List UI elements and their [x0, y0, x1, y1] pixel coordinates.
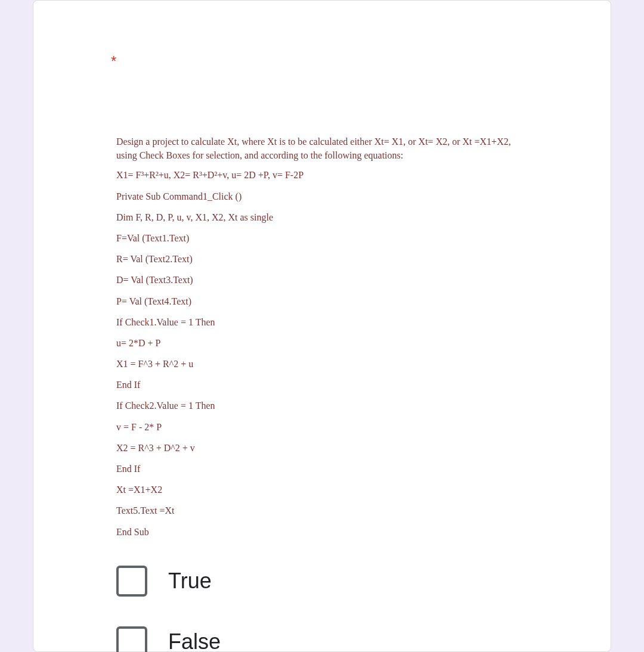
code-line: Text5.Text =Xt: [116, 504, 528, 517]
code-line: Private Sub Command1_Click (): [116, 190, 528, 203]
options-group: True False: [116, 566, 528, 652]
code-line: End Sub: [116, 525, 528, 539]
code-line: F=Val (Text1.Text): [116, 231, 528, 245]
question-description: Design a project to calculate Xt, where …: [116, 135, 528, 539]
code-line: X1 = F^3 + R^2 + u: [116, 357, 528, 371]
required-star-icon: *: [111, 53, 116, 70]
question-content: Design a project to calculate Xt, where …: [116, 135, 528, 652]
option-false[interactable]: False: [116, 626, 528, 652]
question-card: * Design a project to calculate Xt, wher…: [33, 0, 611, 652]
code-line: u= 2*D + P: [116, 336, 528, 350]
code-line: P= Val (Text4.Text): [116, 294, 528, 308]
code-line: R= Val (Text2.Text): [116, 252, 528, 266]
checkbox-icon[interactable]: [116, 566, 147, 597]
code-line: D= Val (Text3.Text): [116, 273, 528, 287]
option-label: True: [168, 569, 212, 594]
code-line: Dim F, R, D, P, u, v, X1, X2, Xt as sing…: [116, 210, 528, 224]
code-line: v = F - 2* P: [116, 420, 528, 434]
option-label: False: [168, 629, 221, 652]
checkbox-icon[interactable]: [116, 626, 147, 652]
option-true[interactable]: True: [116, 566, 528, 597]
code-line: End If: [116, 378, 528, 392]
description-paragraph: Design a project to calculate Xt, where …: [116, 135, 528, 162]
code-line: If Check2.Value = 1 Then: [116, 399, 528, 412]
code-line: If Check1.Value = 1 Then: [116, 315, 528, 329]
code-line: End If: [116, 462, 528, 476]
code-line: X2 = R^3 + D^2 + v: [116, 441, 528, 455]
code-line: X1= F³+R²+u, X2= R³+D²+v, u= 2D +P, v= F…: [116, 168, 528, 182]
code-line: Xt =X1+X2: [116, 483, 528, 496]
